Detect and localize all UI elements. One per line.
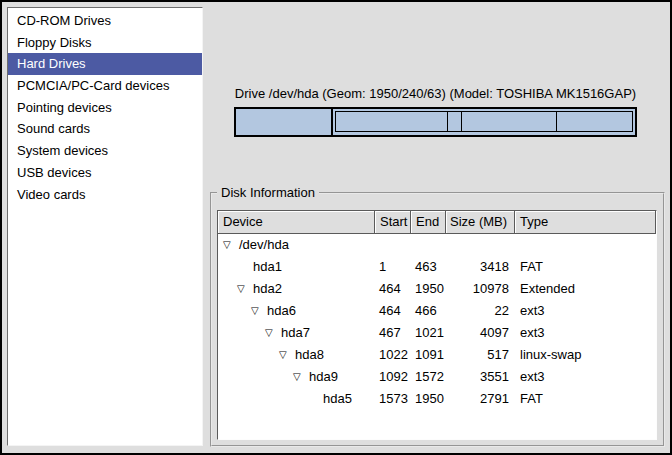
end-cell: 1572 [411, 366, 446, 388]
disk-table-body: ▽ /dev/hda hda1 1 463 3418 FAT ▽ hda2 46… [218, 234, 656, 410]
sidebar-item-label: PCMCIA/PC-Card devices [17, 78, 169, 93]
table-row[interactable]: ▽ hda9 1092 1572 3551 ext3 [218, 366, 656, 388]
tree-indent [223, 355, 279, 356]
end-cell [411, 234, 446, 256]
device-cell-label: hda7 [281, 322, 310, 344]
expander-icon[interactable]: ▽ [251, 300, 267, 322]
drive-info-label: Drive /dev/hda (Geom: 1950/240/63) (Mode… [232, 86, 639, 101]
extended-partition-box [335, 111, 633, 132]
size-cell: 2791 [446, 388, 515, 410]
device-category-list[interactable]: CD-ROM Drives Floppy Disks Hard Drives P… [7, 7, 203, 446]
start-cell: 464 [375, 300, 411, 322]
start-cell: 1022 [375, 344, 411, 366]
tree-indent [223, 333, 265, 334]
sidebar-item[interactable]: Pointing devices [8, 97, 202, 119]
disk-table: Device Start End Size (MB) Type ▽ /dev/h… [217, 210, 657, 440]
device-cell-label: hda2 [253, 278, 282, 300]
column-header-start[interactable]: Start [375, 211, 411, 234]
sidebar-item[interactable]: CD-ROM Drives [8, 10, 202, 32]
sidebar-item-label: Sound cards [17, 121, 90, 136]
sidebar-item-label: Video cards [17, 187, 85, 202]
tree-indent [223, 377, 293, 378]
device-cell: ▽ /dev/hda [218, 234, 375, 256]
end-cell: 1950 [411, 278, 446, 300]
device-cell-label: hda8 [295, 344, 324, 366]
end-cell: 463 [411, 256, 446, 278]
table-row[interactable]: ▽ /dev/hda [218, 234, 656, 256]
type-cell: ext3 [515, 366, 656, 388]
tree-indent [223, 267, 237, 268]
device-cell-label: hda1 [253, 256, 282, 278]
tree-indent [223, 289, 237, 290]
sidebar-item-label: Hard Drives [17, 56, 86, 71]
device-cell-label: /dev/hda [239, 234, 289, 256]
expander-icon[interactable]: ▽ [223, 234, 239, 256]
end-cell: 1950 [411, 388, 446, 410]
logical-partition-divider [447, 112, 448, 131]
tree-indent [223, 399, 307, 400]
type-cell: ext3 [515, 300, 656, 322]
logical-partition-divider [461, 112, 462, 131]
end-cell: 1021 [411, 322, 446, 344]
device-cell: ▽ hda6 [218, 300, 375, 322]
disk-information-group: Disk Information Device Start End Size (… [210, 192, 665, 447]
column-header-end[interactable]: End [411, 211, 446, 234]
table-row[interactable]: hda1 1 463 3418 FAT [218, 256, 656, 278]
sidebar-item-label: CD-ROM Drives [17, 13, 111, 28]
column-header-device[interactable]: Device [218, 211, 375, 234]
size-cell [446, 234, 515, 256]
end-cell: 466 [411, 300, 446, 322]
size-cell: 10978 [446, 278, 515, 300]
table-row[interactable]: hda5 1573 1950 2791 FAT [218, 388, 656, 410]
primary-partition-divider [331, 109, 333, 135]
type-cell [515, 234, 656, 256]
device-cell-label: hda5 [323, 388, 352, 410]
disk-information-label: Disk Information [217, 185, 319, 200]
table-row[interactable]: ▽ hda8 1022 1091 517 linux-swap [218, 344, 656, 366]
start-cell: 1 [375, 256, 411, 278]
sidebar-item-label: System devices [17, 143, 108, 158]
expander-icon[interactable]: ▽ [293, 366, 309, 388]
sidebar-item-label: Floppy Disks [17, 35, 91, 50]
sidebar-item[interactable]: Floppy Disks [8, 32, 202, 54]
expander-icon[interactable]: ▽ [237, 278, 253, 300]
type-cell: FAT [515, 388, 656, 410]
start-cell: 464 [375, 278, 411, 300]
sidebar-item[interactable]: Hard Drives [8, 53, 202, 75]
start-cell: 467 [375, 322, 411, 344]
sidebar-item[interactable]: Sound cards [8, 118, 202, 140]
device-cell-label: hda9 [309, 366, 338, 388]
device-cell: ▽ hda8 [218, 344, 375, 366]
sidebar-item[interactable]: System devices [8, 140, 202, 162]
size-cell: 22 [446, 300, 515, 322]
device-cell: hda5 [218, 388, 375, 410]
sidebar-item[interactable]: Video cards [8, 184, 202, 206]
sidebar-item[interactable]: PCMCIA/PC-Card devices [8, 75, 202, 97]
size-cell: 3551 [446, 366, 515, 388]
column-header-size[interactable]: Size (MB) [446, 211, 515, 234]
size-cell: 4097 [446, 322, 515, 344]
type-cell: Extended [515, 278, 656, 300]
start-cell: 1092 [375, 366, 411, 388]
device-cell: ▽ hda2 [218, 278, 375, 300]
column-header-type[interactable]: Type [515, 211, 656, 234]
tree-indent [223, 311, 251, 312]
logical-partition-divider [556, 112, 557, 131]
sidebar-item-label: USB devices [17, 165, 91, 180]
type-cell: FAT [515, 256, 656, 278]
disk-table-header: Device Start End Size (MB) Type [218, 211, 656, 234]
end-cell: 1091 [411, 344, 446, 366]
sidebar-item-label: Pointing devices [17, 100, 112, 115]
sidebar-item[interactable]: USB devices [8, 162, 202, 184]
table-row[interactable]: ▽ hda6 464 466 22 ext3 [218, 300, 656, 322]
size-cell: 3418 [446, 256, 515, 278]
partition-bar [234, 107, 637, 137]
start-cell: 1573 [375, 388, 411, 410]
expander-icon[interactable]: ▽ [265, 322, 281, 344]
device-cell: ▽ hda9 [218, 366, 375, 388]
table-row[interactable]: ▽ hda2 464 1950 10978 Extended [218, 278, 656, 300]
table-row[interactable]: ▽ hda7 467 1021 4097 ext3 [218, 322, 656, 344]
expander-icon[interactable]: ▽ [279, 344, 295, 366]
device-cell-label: hda6 [267, 300, 296, 322]
type-cell: linux-swap [515, 344, 656, 366]
